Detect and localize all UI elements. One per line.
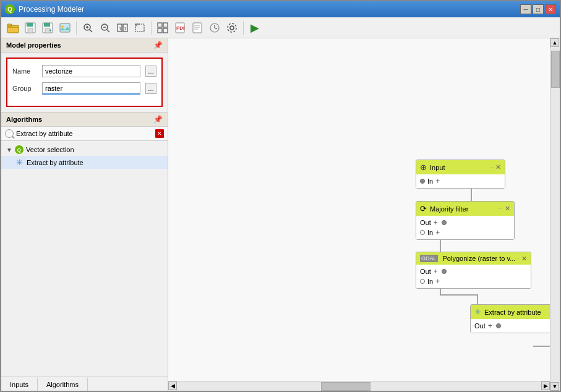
majority-filter-dots: ··· xyxy=(499,206,503,211)
group-input[interactable] xyxy=(42,82,140,95)
tab-inputs[interactable]: Inputs xyxy=(1,377,38,391)
report-btn[interactable] xyxy=(189,20,205,36)
input-out-plus[interactable]: + xyxy=(435,177,440,185)
category-label: Vector selection xyxy=(26,146,74,153)
polygonize-out-label: Out xyxy=(420,268,431,275)
history-btn[interactable] xyxy=(207,20,223,36)
run-btn[interactable]: ▶ xyxy=(247,20,263,36)
search-icon xyxy=(5,129,14,138)
polygonize-close[interactable]: ✕ xyxy=(521,255,527,262)
save-as-btn[interactable]: + xyxy=(40,20,56,36)
polygonize-dots: ··· xyxy=(515,256,520,262)
scroll-thumb-v[interactable] xyxy=(551,51,560,88)
input-node-icon: ⊕ xyxy=(420,163,427,172)
zoom-actual-btn[interactable]: 11 xyxy=(114,20,131,36)
svg-text:PDF: PDF xyxy=(176,25,185,31)
group-label: Group xyxy=(12,85,37,92)
scroll-thumb-h[interactable] xyxy=(321,382,370,391)
svg-rect-22 xyxy=(135,24,144,32)
list-item[interactable]: ✳ Extract by attribute xyxy=(1,156,168,169)
name-browse-btn[interactable]: … xyxy=(145,66,156,77)
polygonize-title: GDAL Polygonize (raster to v... xyxy=(420,255,515,262)
polygonize-out-plus[interactable]: + xyxy=(434,267,438,276)
polygonize-in-label: In xyxy=(427,278,433,285)
majority-out-port xyxy=(442,220,447,225)
majority-in-row: In + xyxy=(420,228,510,237)
save-btn[interactable] xyxy=(22,20,38,36)
majority-filter-close[interactable]: ✕ xyxy=(505,205,510,212)
svg-rect-1 xyxy=(7,24,12,26)
extract-out-plus[interactable]: + xyxy=(488,322,492,330)
majority-in-port xyxy=(420,230,425,235)
input-node-close[interactable]: ✕ xyxy=(495,164,501,171)
title-bar-left: Q Processing Modeler xyxy=(5,4,84,14)
extract-by-attribute-node: ✳ Extract by attribute ··· ✕ Out + xyxy=(470,304,560,333)
snap-btn[interactable] xyxy=(155,20,171,36)
algorithm-search-input[interactable] xyxy=(16,130,153,137)
tree-category-vector-selection[interactable]: ▼ Q Vector selection xyxy=(1,143,168,156)
majority-out-label: Out xyxy=(420,219,431,226)
vertical-scrollbar[interactable]: ▲ ▼ xyxy=(550,38,560,391)
zoom-fit-btn[interactable] xyxy=(132,20,148,36)
svg-line-16 xyxy=(107,30,109,32)
svg-point-37 xyxy=(228,23,236,32)
polygonize-in-plus[interactable]: + xyxy=(435,277,440,286)
tab-algorithms[interactable]: Algorithms xyxy=(38,377,88,391)
scroll-left-btn[interactable]: ◀ xyxy=(168,381,177,390)
input-out-port xyxy=(420,179,425,184)
svg-rect-9 xyxy=(60,23,70,32)
extract-label: Extract by attribute xyxy=(484,309,541,316)
name-row: Name … xyxy=(12,65,156,77)
maximize-button[interactable]: □ xyxy=(533,4,544,14)
svg-line-12 xyxy=(90,30,92,32)
polygonize-in-row: In + xyxy=(420,276,527,286)
zoom-out-btn[interactable] xyxy=(97,20,113,36)
polygonize-node: GDAL Polygonize (raster to v... ··· ✕ Ou… xyxy=(416,252,531,289)
toolbar-sep-2 xyxy=(151,21,152,35)
majority-out-plus[interactable]: + xyxy=(434,218,438,227)
algorithms-section: Algorithms 📌 ✕ ▼ Q Vector selection ✳ xyxy=(1,112,168,377)
minimize-button[interactable]: ─ xyxy=(520,4,531,14)
svg-point-10 xyxy=(61,25,64,28)
canvas-area[interactable]: ⊕ Input ··· ✕ In + xyxy=(168,38,560,391)
scroll-up-btn[interactable]: ▲ xyxy=(550,38,559,47)
svg-line-35 xyxy=(215,28,217,29)
extract-icon: ✳ xyxy=(474,307,481,317)
polygonize-label: Polygonize (raster to v... xyxy=(443,255,516,262)
main-window: Q Processing Modeler ─ □ ✕ + 11 xyxy=(0,0,561,392)
bottom-tabs: Inputs Algorithms xyxy=(1,377,168,391)
settings-btn[interactable] xyxy=(224,20,240,36)
svg-text:1: 1 xyxy=(124,26,127,32)
input-out-label: In xyxy=(427,177,433,185)
model-properties-title: Model properties xyxy=(6,41,61,49)
majority-filter-title: ⟳ Majority filter xyxy=(420,204,468,213)
svg-rect-4 xyxy=(28,28,33,33)
input-node-title: ⊕ Input xyxy=(420,163,445,172)
horizontal-scrollbar[interactable]: ◀ ▶ xyxy=(168,381,550,391)
majority-in-plus[interactable]: + xyxy=(435,228,440,237)
name-label: Name xyxy=(12,67,37,75)
close-button[interactable]: ✕ xyxy=(545,4,556,14)
input-node-header: ⊕ Input ··· ✕ xyxy=(416,160,505,174)
zoom-in-btn[interactable] xyxy=(80,20,96,36)
extract-out-label: Out xyxy=(474,322,486,330)
algorithm-tree: ▼ Q Vector selection ✳ Extract by attrib… xyxy=(1,141,168,377)
majority-filter-body: Out + In + xyxy=(416,216,514,239)
pin-icon-2: 📌 xyxy=(153,115,163,124)
left-panel: Model properties 📌 Name … Group … Algo xyxy=(1,38,168,391)
scroll-down-btn[interactable]: ▼ xyxy=(550,382,559,391)
export-image-btn[interactable] xyxy=(57,20,73,36)
algorithms-header: Algorithms 📌 xyxy=(1,112,168,127)
name-input[interactable] xyxy=(42,65,140,77)
window-controls: ─ □ ✕ xyxy=(520,4,556,14)
svg-rect-26 xyxy=(163,28,168,33)
majority-out-row: Out + xyxy=(420,218,510,228)
open-folder-btn[interactable] xyxy=(5,20,21,36)
title-bar: Q Processing Modeler ─ □ ✕ xyxy=(1,1,560,17)
toolbar-sep-3 xyxy=(243,21,244,35)
group-browse-btn[interactable]: … xyxy=(145,83,156,94)
majority-filter-header: ⟳ Majority filter ··· ✕ xyxy=(416,202,514,216)
search-clear-btn[interactable]: ✕ xyxy=(155,129,164,138)
pdf-btn[interactable]: PDF xyxy=(172,20,188,36)
scroll-right-btn[interactable]: ▶ xyxy=(541,381,550,390)
